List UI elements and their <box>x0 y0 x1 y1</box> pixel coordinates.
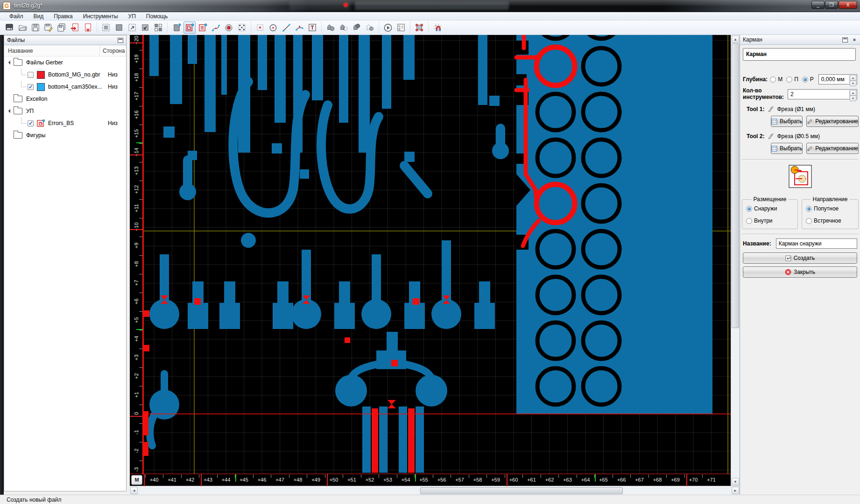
float-panel-icon[interactable] <box>842 37 848 42</box>
bool-intersect-button[interactable] <box>351 21 363 34</box>
scroll-down-arrow[interactable]: ▼ <box>732 478 739 485</box>
radio-встречное[interactable] <box>806 218 812 224</box>
save-all-button[interactable] <box>56 21 68 34</box>
depth-spinner[interactable]: ▲▼ <box>849 75 856 84</box>
tool1-select-button[interactable]: Выбрать <box>771 116 803 127</box>
radio-м[interactable] <box>770 77 776 83</box>
tree-connector <box>21 69 27 75</box>
transform-points-icon <box>414 22 424 33</box>
expand-arrow-icon[interactable] <box>8 109 12 113</box>
tree-row-bottom4-cam350ex-[interactable]: bottom4_cam350ex...Низ <box>4 81 126 93</box>
expand-arrow-icon[interactable] <box>8 61 12 64</box>
open-file-button[interactable] <box>16 21 28 34</box>
horizontal-scroll-thumb[interactable] <box>420 487 623 494</box>
draw-circle-button[interactable] <box>267 21 279 34</box>
bool-xor-button[interactable] <box>364 21 376 34</box>
tree-row-bottom3-mg-no-gbr[interactable]: Bottom3_MG_no.gbrНиз <box>4 69 126 81</box>
mill-pocket-button[interactable] <box>183 21 196 34</box>
tools-count-spinner[interactable]: ▲▼ <box>849 90 856 98</box>
close-button[interactable]: X <box>839 1 857 9</box>
bool-subtract-button[interactable] <box>338 21 350 34</box>
zoom-window-button[interactable] <box>126 21 138 34</box>
layer-color-swatch[interactable] <box>37 83 45 91</box>
menu-item-1[interactable]: Файл <box>5 13 28 20</box>
pcb-canvas[interactable] <box>143 35 731 474</box>
run-program-button[interactable] <box>382 21 394 34</box>
drill-icon <box>224 22 234 33</box>
pocket-name-input[interactable]: Карман снаружи <box>776 238 857 249</box>
tool1-edit-button[interactable]: Редактирование <box>806 116 858 127</box>
close-file-button[interactable] <box>82 21 94 34</box>
scroll-left-arrow[interactable]: ◄ <box>130 487 138 494</box>
scroll-right-arrow[interactable]: ► <box>732 487 739 494</box>
radio-п[interactable] <box>786 77 792 83</box>
new-file-button[interactable] <box>3 21 15 34</box>
draw-line-icon <box>281 22 291 33</box>
draw-line-button[interactable] <box>280 21 292 34</box>
v-ruler-label: +13 <box>134 165 139 176</box>
radio-р[interactable] <box>802 77 808 83</box>
close-panel-icon[interactable]: × <box>852 37 857 42</box>
select-all-button[interactable] <box>100 21 112 34</box>
save-button[interactable] <box>29 21 42 34</box>
tool2-select-button[interactable]: Выбрать <box>771 143 803 154</box>
tree-item-label: Bottom3_MG_no.gbr <box>48 71 100 78</box>
mill-hatch-button[interactable] <box>197 21 209 34</box>
v-ruler-label: +20 <box>134 35 139 46</box>
tool2-edit-button[interactable]: Редактирование <box>806 143 858 154</box>
transform-points-button[interactable] <box>413 21 425 34</box>
bool-union-button[interactable] <box>324 21 337 34</box>
tile-view-button[interactable] <box>152 21 164 34</box>
tree-row-errors-bs[interactable]: Errors_BSНиз <box>4 117 126 129</box>
drill-button[interactable] <box>223 21 235 34</box>
column-side[interactable]: Сторона <box>99 45 125 56</box>
draw-point-button[interactable] <box>254 21 266 34</box>
draw-arc-button[interactable] <box>293 21 305 34</box>
import-file-button[interactable] <box>69 21 81 34</box>
radio-попутное[interactable] <box>806 206 812 212</box>
mill-curve-button[interactable] <box>210 21 222 34</box>
radio-внутри[interactable] <box>746 218 752 224</box>
menu-item-6[interactable]: Помощь <box>141 13 172 20</box>
tree-row-уп[interactable]: УП <box>4 105 126 117</box>
visibility-checkbox[interactable] <box>28 84 34 90</box>
menu-item-3[interactable]: Правка <box>49 13 78 20</box>
menu-item-4[interactable]: Инструменты <box>78 13 123 20</box>
menu-item-2[interactable]: Вид <box>29 13 49 20</box>
tree-row-excellon[interactable]: Excellon <box>4 93 126 105</box>
scroll-up-arrow[interactable]: ▲ <box>732 35 739 43</box>
tool2-desc: Фреза (Ø0.5 мм) <box>777 133 820 140</box>
restore-button[interactable]: ❐ <box>825 1 838 9</box>
vertical-scroll-thumb[interactable] <box>732 43 739 328</box>
draw-text-button[interactable] <box>306 21 318 34</box>
visibility-checkbox[interactable] <box>28 120 34 126</box>
close-pocket-button[interactable]: Закрыть <box>743 266 857 278</box>
menu-item-5[interactable]: УП <box>124 13 141 20</box>
h-ruler-label: +69 <box>669 477 683 483</box>
mill-curve-icon <box>211 22 221 33</box>
zoom-fit-button[interactable] <box>139 21 151 34</box>
tree-row-фигуры[interactable]: Фигуры <box>4 129 126 141</box>
snap-grid-button[interactable] <box>431 21 444 34</box>
tree-row-файлы-gerber[interactable]: Файлы Gerber <box>4 56 126 69</box>
tools-count-input[interactable]: 2 ▲▼ <box>788 89 857 99</box>
float-panel-icon[interactable] <box>118 38 123 43</box>
visibility-checkbox[interactable] <box>28 72 34 78</box>
drill-pattern-button[interactable] <box>236 21 248 34</box>
app-icon: G <box>3 2 11 10</box>
canvas-area[interactable]: +20+19+18+17+16+15+14+13+12+11+10+9+8+7+… <box>130 35 740 495</box>
placement-group: Размещение СнаружиВнутри <box>742 199 798 229</box>
select-region-button[interactable] <box>113 21 125 34</box>
minimize-button[interactable]: _ <box>811 1 825 9</box>
depth-input[interactable]: 0,000 мм ▲▼ <box>818 74 857 84</box>
mill-contour-button[interactable] <box>170 21 183 34</box>
ruler-units-button[interactable]: M <box>131 475 142 485</box>
radio-снаружи[interactable] <box>746 206 752 212</box>
horizontal-scrollbar[interactable]: ◄ ► <box>130 486 740 495</box>
program-params-button[interactable] <box>395 21 407 34</box>
create-button[interactable]: Создать <box>743 252 857 264</box>
vertical-scrollbar[interactable]: ▲ ▼ <box>731 35 740 486</box>
save-as-button[interactable] <box>42 21 55 34</box>
column-name[interactable]: Название <box>4 48 99 54</box>
layer-color-swatch[interactable] <box>37 71 45 79</box>
